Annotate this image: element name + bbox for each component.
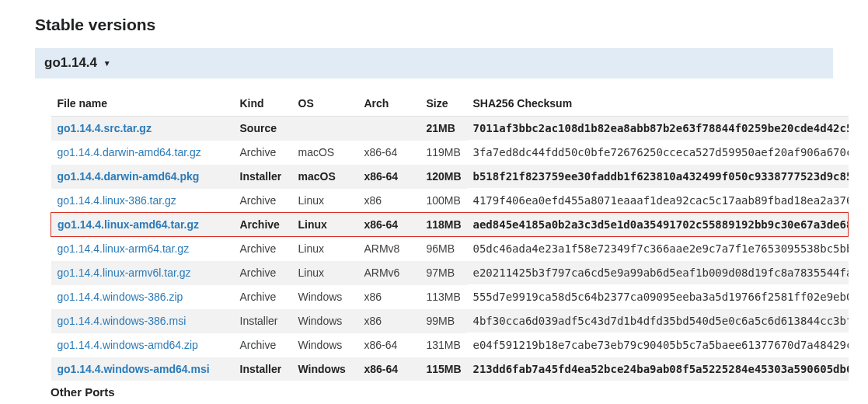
os-cell: macOS [292,165,358,189]
file-cell: go1.14.4.windows-amd64.msi [51,357,234,381]
table-row: go1.14.4.windows-amd64.zipArchiveWindows… [51,333,849,357]
kind-cell: Installer [234,309,292,333]
checksum-cell: 4bf30cca6d039adf5c43d7d1b4dfd35bd540d5e0… [467,309,849,333]
col-header-kind: Kind [234,91,292,117]
file-cell: go1.14.4.windows-386.msi [51,309,234,333]
file-link[interactable]: go1.14.4.linux-armv6l.tar.gz [58,266,191,279]
kind-cell: Installer [234,357,292,381]
size-cell: 21MB [420,117,467,141]
downloads-table: File name Kind OS Arch Size SHA256 Check… [51,91,849,381]
size-cell: 115MB [420,357,467,381]
os-cell: Linux [292,213,358,237]
kind-cell: Installer [234,165,292,189]
size-cell: 119MB [420,141,467,165]
os-cell: Windows [292,333,358,357]
other-ports-heading: Other Ports [51,385,833,399]
file-cell: go1.14.4.darwin-amd64.tar.gz [51,141,234,165]
arch-cell: x86-64 [358,165,420,189]
os-cell: Linux [292,189,358,213]
table-row: go1.14.4.linux-amd64.tar.gzArchiveLinuxx… [51,213,849,237]
file-cell: go1.14.4.windows-amd64.zip [51,333,234,357]
kind-cell: Archive [234,189,292,213]
os-cell: Linux [292,261,358,285]
table-row: go1.14.4.darwin-amd64.pkgInstallermacOSx… [51,165,849,189]
checksum-cell: aed845e4185a0b2a3c3d5e1d0a35491702c55889… [467,213,849,237]
section-title: Stable versions [35,16,833,34]
file-link[interactable]: go1.14.4.linux-amd64.tar.gz [58,218,199,231]
file-link[interactable]: go1.14.4.darwin-amd64.tar.gz [58,146,201,158]
arch-cell: x86 [358,285,420,309]
checksum-cell: b518f21f823759ee30faddb1f623810a432499f0… [467,165,849,189]
file-cell: go1.14.4.linux-arm64.tar.gz [51,237,234,261]
arch-cell: x86-64 [358,213,420,237]
arch-cell [358,117,420,141]
kind-cell: Archive [234,237,292,261]
os-cell [292,117,358,141]
col-header-size: Size [420,91,467,117]
kind-cell: Archive [234,333,292,357]
kind-cell: Archive [234,141,292,165]
file-link[interactable]: go1.14.4.linux-386.tar.gz [58,194,176,207]
arch-cell: ARMv6 [358,261,420,285]
os-cell: Windows [292,357,358,381]
kind-cell: Source [234,117,292,141]
file-link[interactable]: go1.14.4.src.tar.gz [58,122,152,134]
size-cell: 120MB [420,165,467,189]
arch-cell: x86-64 [358,357,420,381]
file-link[interactable]: go1.14.4.windows-386.zip [58,291,183,303]
size-cell: 99MB [420,309,467,333]
table-row: go1.14.4.windows-amd64.msiInstallerWindo… [51,357,849,381]
table-row: go1.14.4.windows-386.msiInstallerWindows… [51,309,849,333]
os-cell: Windows [292,285,358,309]
file-link[interactable]: go1.14.4.darwin-amd64.pkg [58,170,200,183]
file-cell: go1.14.4.linux-armv6l.tar.gz [51,261,234,285]
chevron-down-icon: ▼ [103,59,111,68]
table-row: go1.14.4.windows-386.zipArchiveWindowsx8… [51,285,849,309]
size-cell: 113MB [420,285,467,309]
kind-cell: Archive [234,213,292,237]
col-header-os: OS [292,91,358,117]
table-row: go1.14.4.linux-armv6l.tar.gzArchiveLinux… [51,261,849,285]
table-row: go1.14.4.linux-386.tar.gzArchiveLinuxx86… [51,189,849,213]
size-cell: 100MB [420,189,467,213]
os-cell: Linux [292,237,358,261]
file-cell: go1.14.4.linux-amd64.tar.gz [51,213,234,237]
file-cell: go1.14.4.darwin-amd64.pkg [51,165,234,189]
col-header-file: File name [51,91,234,117]
arch-cell: x86 [358,309,420,333]
os-cell: macOS [292,141,358,165]
table-row: go1.14.4.darwin-amd64.tar.gzArchivemacOS… [51,141,849,165]
kind-cell: Archive [234,261,292,285]
size-cell: 96MB [420,237,467,261]
col-header-sha: SHA256 Checksum [467,91,849,117]
arch-cell: x86-64 [358,333,420,357]
table-row: go1.14.4.linux-arm64.tar.gzArchiveLinuxA… [51,237,849,261]
col-header-arch: Arch [358,91,420,117]
checksum-cell: e20211425b3f797ca6cd5e9a99ab6d5eaf1b009d… [467,261,849,285]
checksum-cell: 7011af3bbc2ac108d1b82ea8abb87b2e63f78844… [467,117,849,141]
file-cell: go1.14.4.src.tar.gz [51,117,234,141]
arch-cell: x86-64 [358,141,420,165]
file-cell: go1.14.4.linux-386.tar.gz [51,189,234,213]
checksum-cell: e04f591219b18e7cabe73eb79c90405b5c7a5bae… [467,333,849,357]
table-row: go1.14.4.src.tar.gzSource21MB7011af3bbc2… [51,117,849,141]
file-link[interactable]: go1.14.4.windows-amd64.zip [58,339,198,351]
arch-cell: ARMv8 [358,237,420,261]
file-link[interactable]: go1.14.4.linux-arm64.tar.gz [58,242,190,255]
file-link[interactable]: go1.14.4.windows-386.msi [58,315,186,327]
checksum-cell: 3fa7ed8dc44fdd50c0bfe72676250cceca527d59… [467,141,849,165]
file-cell: go1.14.4.windows-386.zip [51,285,234,309]
kind-cell: Archive [234,285,292,309]
version-toggle[interactable]: go1.14.4 ▼ [35,48,833,78]
checksum-cell: 4179f406ea0efd455a8071eaaaf1dea92cac5c17… [467,189,849,213]
arch-cell: x86 [358,189,420,213]
version-label: go1.14.4 [44,55,97,70]
size-cell: 118MB [420,213,467,237]
size-cell: 131MB [420,333,467,357]
os-cell: Windows [292,309,358,333]
checksum-cell: 555d7e9919ca58d5c64b2377ca09095eeba3a5d1… [467,285,849,309]
file-link[interactable]: go1.14.4.windows-amd64.msi [58,363,210,375]
checksum-cell: 213dd6fab7a45fd4ea52bce24ba9ab08f5a52252… [467,357,849,381]
size-cell: 97MB [420,261,467,285]
checksum-cell: 05dc46ada4e23a1f58e72349f7c366aae2e9c7a7… [467,237,849,261]
